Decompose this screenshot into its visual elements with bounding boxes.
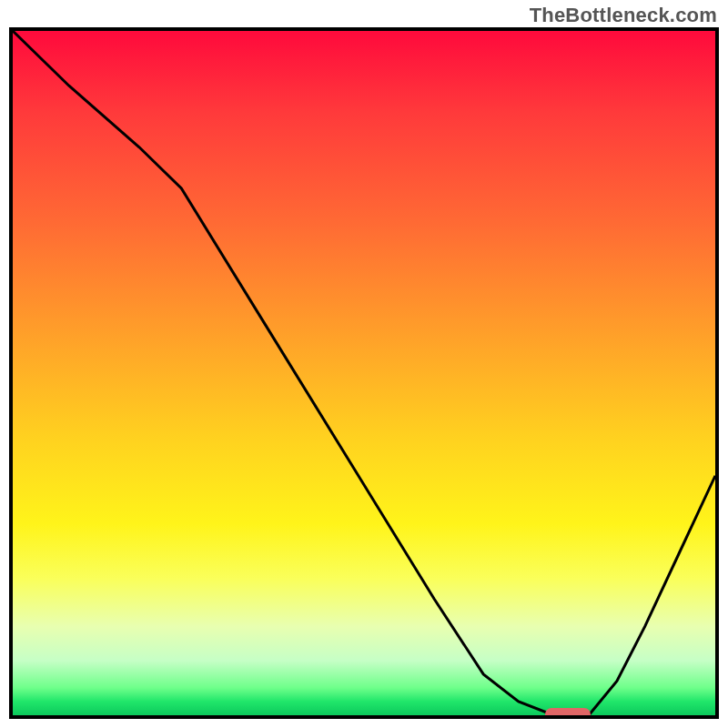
- curve-path: [13, 31, 715, 715]
- chart-curve: [13, 31, 715, 715]
- chart-frame: [9, 27, 719, 719]
- target-marker: [545, 708, 591, 719]
- watermark-text: TheBottleneck.com: [530, 4, 717, 27]
